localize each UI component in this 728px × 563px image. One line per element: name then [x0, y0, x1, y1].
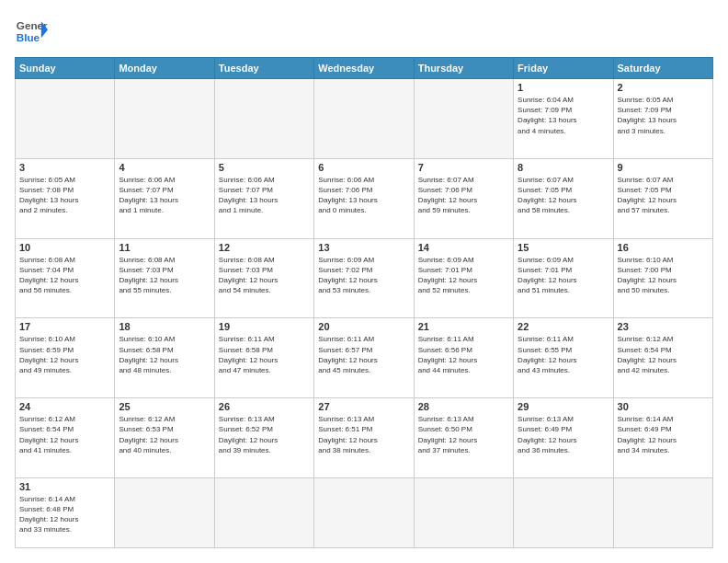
header: General Blue	[15, 15, 713, 48]
day-number: 25	[119, 401, 210, 412]
page: General Blue SundayMondayTuesdayWednesda…	[0, 0, 728, 563]
day-info: Sunrise: 6:11 AM Sunset: 6:56 PM Dayligh…	[418, 334, 509, 375]
calendar-cell	[214, 477, 313, 547]
day-info: Sunrise: 6:09 AM Sunset: 7:02 PM Dayligh…	[318, 255, 409, 296]
calendar-cell: 19Sunrise: 6:11 AM Sunset: 6:58 PM Dayli…	[214, 318, 313, 398]
day-info: Sunrise: 6:13 AM Sunset: 6:52 PM Dayligh…	[219, 414, 310, 455]
calendar-cell: 10Sunrise: 6:08 AM Sunset: 7:04 PM Dayli…	[16, 238, 115, 318]
calendar-cell: 18Sunrise: 6:10 AM Sunset: 6:58 PM Dayli…	[115, 318, 214, 398]
calendar-cell	[414, 477, 513, 547]
calendar-cell: 7Sunrise: 6:07 AM Sunset: 7:06 PM Daylig…	[414, 158, 513, 238]
day-info: Sunrise: 6:04 AM Sunset: 7:09 PM Dayligh…	[518, 95, 609, 136]
calendar-cell: 5Sunrise: 6:06 AM Sunset: 7:07 PM Daylig…	[214, 158, 313, 238]
day-number: 12	[219, 242, 310, 253]
day-info: Sunrise: 6:07 AM Sunset: 7:05 PM Dayligh…	[518, 175, 609, 216]
day-info: Sunrise: 6:06 AM Sunset: 7:07 PM Dayligh…	[119, 175, 210, 216]
day-header-monday: Monday	[115, 58, 214, 79]
day-number: 4	[119, 162, 210, 173]
calendar-cell	[414, 79, 513, 159]
day-info: Sunrise: 6:12 AM Sunset: 6:54 PM Dayligh…	[19, 414, 110, 455]
calendar-cell: 28Sunrise: 6:13 AM Sunset: 6:50 PM Dayli…	[414, 398, 513, 478]
day-info: Sunrise: 6:07 AM Sunset: 7:05 PM Dayligh…	[618, 175, 709, 216]
day-number: 13	[318, 242, 409, 253]
calendar-cell	[314, 477, 414, 547]
day-number: 7	[418, 162, 509, 173]
day-number: 20	[318, 321, 409, 332]
day-header-wednesday: Wednesday	[314, 58, 414, 79]
day-info: Sunrise: 6:14 AM Sunset: 6:48 PM Dayligh…	[19, 494, 110, 535]
calendar-header-row: SundayMondayTuesdayWednesdayThursdayFrid…	[16, 58, 713, 79]
day-info: Sunrise: 6:10 AM Sunset: 6:59 PM Dayligh…	[19, 334, 110, 375]
day-info: Sunrise: 6:09 AM Sunset: 7:01 PM Dayligh…	[418, 255, 509, 296]
day-info: Sunrise: 6:12 AM Sunset: 6:53 PM Dayligh…	[119, 414, 210, 455]
calendar-cell: 31Sunrise: 6:14 AM Sunset: 6:48 PM Dayli…	[16, 477, 115, 547]
calendar-table: SundayMondayTuesdayWednesdayThursdayFrid…	[15, 57, 713, 548]
day-number: 3	[19, 162, 110, 173]
calendar-cell: 2Sunrise: 6:05 AM Sunset: 7:09 PM Daylig…	[613, 79, 712, 159]
day-number: 1	[518, 82, 609, 93]
calendar-cell	[115, 477, 214, 547]
day-number: 9	[618, 162, 709, 173]
logo-icon: General Blue	[15, 15, 48, 48]
day-number: 21	[418, 321, 509, 332]
day-info: Sunrise: 6:13 AM Sunset: 6:51 PM Dayligh…	[318, 414, 409, 455]
day-number: 23	[618, 321, 709, 332]
day-info: Sunrise: 6:10 AM Sunset: 6:58 PM Dayligh…	[119, 334, 210, 375]
calendar-cell: 12Sunrise: 6:08 AM Sunset: 7:03 PM Dayli…	[214, 238, 313, 318]
day-number: 5	[219, 162, 310, 173]
day-number: 14	[418, 242, 509, 253]
day-number: 18	[119, 321, 210, 332]
svg-text:Blue: Blue	[17, 31, 40, 43]
calendar-cell: 22Sunrise: 6:11 AM Sunset: 6:55 PM Dayli…	[514, 318, 613, 398]
day-number: 16	[618, 242, 709, 253]
day-number: 8	[518, 162, 609, 173]
day-header-friday: Friday	[514, 58, 613, 79]
day-info: Sunrise: 6:11 AM Sunset: 6:55 PM Dayligh…	[518, 334, 609, 375]
calendar-week-row: 1Sunrise: 6:04 AM Sunset: 7:09 PM Daylig…	[16, 79, 713, 159]
day-info: Sunrise: 6:06 AM Sunset: 7:07 PM Dayligh…	[219, 175, 310, 216]
calendar-cell	[16, 79, 115, 159]
day-number: 6	[318, 162, 409, 173]
day-number: 26	[219, 401, 310, 412]
calendar-week-row: 31Sunrise: 6:14 AM Sunset: 6:48 PM Dayli…	[16, 477, 713, 547]
day-info: Sunrise: 6:09 AM Sunset: 7:01 PM Dayligh…	[518, 255, 609, 296]
day-number: 29	[518, 401, 609, 412]
day-info: Sunrise: 6:11 AM Sunset: 6:58 PM Dayligh…	[219, 334, 310, 375]
day-number: 10	[19, 242, 110, 253]
day-header-tuesday: Tuesday	[214, 58, 313, 79]
day-number: 17	[19, 321, 110, 332]
calendar-cell	[115, 79, 214, 159]
day-info: Sunrise: 6:05 AM Sunset: 7:08 PM Dayligh…	[19, 175, 110, 216]
day-info: Sunrise: 6:08 AM Sunset: 7:03 PM Dayligh…	[219, 255, 310, 296]
day-number: 24	[19, 401, 110, 412]
day-info: Sunrise: 6:13 AM Sunset: 6:49 PM Dayligh…	[518, 414, 609, 455]
day-info: Sunrise: 6:10 AM Sunset: 7:00 PM Dayligh…	[618, 255, 709, 296]
day-number: 27	[318, 401, 409, 412]
day-info: Sunrise: 6:14 AM Sunset: 6:49 PM Dayligh…	[618, 414, 709, 455]
day-header-thursday: Thursday	[414, 58, 513, 79]
day-info: Sunrise: 6:06 AM Sunset: 7:06 PM Dayligh…	[318, 175, 409, 216]
day-number: 22	[518, 321, 609, 332]
day-header-saturday: Saturday	[613, 58, 712, 79]
calendar-cell: 23Sunrise: 6:12 AM Sunset: 6:54 PM Dayli…	[613, 318, 712, 398]
calendar-cell: 24Sunrise: 6:12 AM Sunset: 6:54 PM Dayli…	[16, 398, 115, 478]
calendar-cell: 8Sunrise: 6:07 AM Sunset: 7:05 PM Daylig…	[514, 158, 613, 238]
day-info: Sunrise: 6:05 AM Sunset: 7:09 PM Dayligh…	[618, 95, 709, 136]
day-number: 30	[618, 401, 709, 412]
calendar-cell: 14Sunrise: 6:09 AM Sunset: 7:01 PM Dayli…	[414, 238, 513, 318]
calendar-cell: 4Sunrise: 6:06 AM Sunset: 7:07 PM Daylig…	[115, 158, 214, 238]
calendar-cell	[613, 477, 712, 547]
day-number: 28	[418, 401, 509, 412]
calendar-cell: 25Sunrise: 6:12 AM Sunset: 6:53 PM Dayli…	[115, 398, 214, 478]
calendar-cell: 27Sunrise: 6:13 AM Sunset: 6:51 PM Dayli…	[314, 398, 414, 478]
day-info: Sunrise: 6:13 AM Sunset: 6:50 PM Dayligh…	[418, 414, 509, 455]
calendar-cell: 16Sunrise: 6:10 AM Sunset: 7:00 PM Dayli…	[613, 238, 712, 318]
calendar-cell: 15Sunrise: 6:09 AM Sunset: 7:01 PM Dayli…	[514, 238, 613, 318]
calendar-cell: 30Sunrise: 6:14 AM Sunset: 6:49 PM Dayli…	[613, 398, 712, 478]
day-number: 19	[219, 321, 310, 332]
calendar-cell: 21Sunrise: 6:11 AM Sunset: 6:56 PM Dayli…	[414, 318, 513, 398]
day-header-sunday: Sunday	[16, 58, 115, 79]
calendar-week-row: 10Sunrise: 6:08 AM Sunset: 7:04 PM Dayli…	[16, 238, 713, 318]
calendar-cell	[314, 79, 414, 159]
calendar-cell: 9Sunrise: 6:07 AM Sunset: 7:05 PM Daylig…	[613, 158, 712, 238]
